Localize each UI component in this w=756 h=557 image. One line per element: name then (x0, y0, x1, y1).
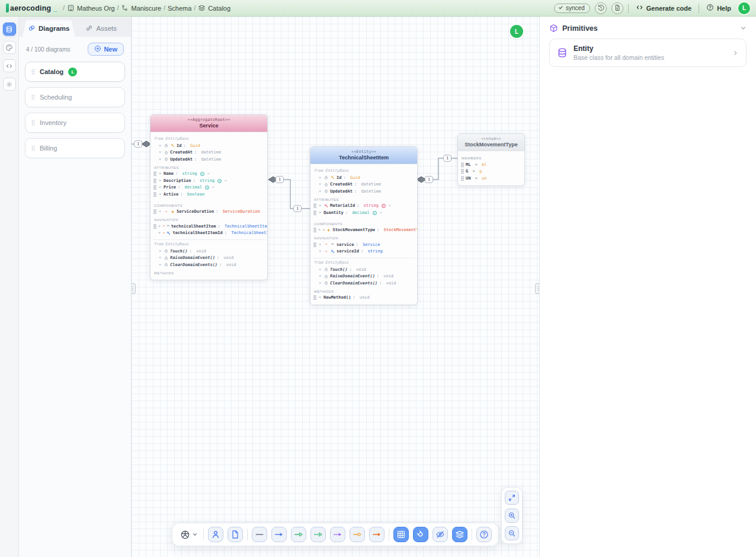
toolbar-toggle-snap[interactable] (413, 527, 428, 542)
drag-handle-icon[interactable] (31, 94, 35, 100)
entity-header[interactable]: <<enum>>StockMovementType (458, 134, 524, 151)
relationship-edge[interactable] (278, 180, 310, 209)
chevron-down-icon[interactable] (224, 179, 228, 183)
drag-handle-icon[interactable] (153, 209, 156, 214)
drag-handle-icon[interactable] (153, 178, 156, 183)
entity-row[interactable]: +CreatedAt: datetime (150, 149, 267, 156)
diagram-item-catalog[interactable]: CatalogL (25, 62, 125, 82)
diagram-canvas[interactable]: L <<AggregateRoot>>Servicefrom EntityBas… (132, 17, 539, 557)
drag-handle-icon[interactable] (313, 203, 316, 208)
breadcrumb-item-schema[interactable]: Schema (168, 5, 191, 12)
entity-row[interactable]: G = g (458, 168, 524, 175)
toolbar-edge-arrow[interactable] (271, 527, 287, 542)
document-button[interactable] (611, 2, 623, 14)
edge-handle[interactable] (535, 283, 539, 294)
drag-handle-icon[interactable] (461, 176, 464, 181)
toolbar-edge-aggregation[interactable] (350, 527, 365, 542)
new-diagram-button[interactable]: New (88, 43, 124, 56)
entity-row[interactable]: UN = un (458, 175, 524, 182)
diagram-item-scheduling[interactable]: Scheduling (25, 87, 125, 107)
toolbar-toggle-layers[interactable] (452, 527, 467, 542)
entity-row[interactable]: +MaterialId: string1 (310, 203, 417, 210)
entity-row[interactable]: ML = ml (458, 161, 524, 168)
toolbar-view-mode[interactable] (179, 530, 199, 540)
drag-handle-icon[interactable] (313, 295, 316, 300)
app-logo[interactable]: aerocoding _ (6, 4, 57, 12)
entity-row[interactable]: +Price: decimals (150, 184, 267, 191)
tab-assets[interactable]: Assets (75, 20, 128, 37)
user-avatar[interactable]: L (738, 2, 750, 14)
entity-row[interactable]: +ClearDomainEvents(): void (310, 280, 417, 287)
rail-button-code[interactable] (3, 59, 16, 72)
entity-row[interactable]: +Touch(): void (310, 266, 417, 273)
drag-handle-icon[interactable] (313, 228, 316, 232)
rail-button-theme[interactable] (3, 41, 16, 54)
toolbar-edge-line[interactable] (252, 527, 267, 542)
history-button[interactable] (595, 2, 607, 14)
chevron-down-icon[interactable] (379, 211, 383, 215)
toolbar-edge-dependency[interactable] (310, 527, 326, 542)
drag-handle-icon[interactable] (461, 169, 464, 174)
entity-row[interactable]: +→∞service: Service (310, 241, 417, 248)
toolbar-add-actor[interactable] (208, 527, 223, 542)
chevron-down-icon[interactable] (740, 25, 747, 31)
edge-handle[interactable] (132, 283, 136, 294)
entity-row[interactable]: +→technicalSheetItemId: TechnicalSheetIt… (150, 230, 267, 237)
help-button[interactable]: Help (704, 4, 733, 12)
breadcrumb-item-matheus-org[interactable]: Matheus Org (67, 4, 115, 12)
drag-handle-icon[interactable] (153, 171, 156, 176)
entity-technicalsheetitem[interactable]: <<Entity>>TechnicalSheetItemfrom EntityB… (310, 146, 418, 305)
entity-row[interactable]: +Touch(): void (150, 248, 267, 255)
entity-stockmovementtype[interactable]: <<enum>>StockMovementTypeMEMBERSML = mlG… (457, 133, 525, 186)
primitive-item-entity[interactable]: Entity Base class for all domain entitie… (549, 39, 747, 67)
toolbar-edge-association[interactable] (291, 527, 306, 542)
toolbar-add-note[interactable] (228, 527, 243, 542)
entity-row[interactable]: +→∞technicalSheetItem: TechnicalSheetIte… (150, 223, 267, 230)
entity-row[interactable]: +ClearDomainEvents(): void (150, 261, 267, 268)
chevron-down-icon[interactable] (388, 204, 392, 207)
entity-row[interactable]: +UpdatedAt: datetime (150, 156, 267, 163)
toolbar-edge-realization[interactable] (330, 527, 345, 542)
chevron-down-icon[interactable] (212, 185, 215, 189)
entity-header[interactable]: <<AggregateRoot>>Service (150, 115, 267, 132)
diagram-item-billing[interactable]: Billing (25, 138, 125, 158)
drag-handle-icon[interactable] (461, 162, 464, 167)
diagram-item-inventory[interactable]: Inventory (25, 113, 125, 133)
entity-row[interactable]: +UpdatedAt: datetime (310, 188, 417, 195)
entity-row[interactable]: +Id: Guid (310, 174, 417, 181)
drag-handle-icon[interactable] (31, 145, 35, 151)
drag-handle-icon[interactable] (313, 210, 316, 215)
entity-row[interactable]: +CreatedAt: datetime (310, 181, 417, 188)
toolbar-toggle-grid[interactable] (393, 527, 409, 542)
control-zoom-in[interactable] (505, 508, 519, 523)
entity-row[interactable]: +RaiseDomainEvent(): void (310, 273, 417, 280)
entity-row[interactable]: +→ServiceDuration: ServiceDuration (150, 209, 267, 216)
rail-button-diagrams[interactable] (3, 23, 16, 36)
toolbar-toggle-visibility[interactable] (433, 527, 448, 542)
entity-row[interactable]: +Id: Guid (150, 142, 267, 149)
drag-handle-icon[interactable] (153, 192, 156, 197)
entity-row[interactable]: +→StockMovementType: StockMovementType (310, 227, 417, 234)
primitives-header[interactable]: Primitives (549, 23, 747, 39)
breadcrumb-item-catalog[interactable]: Catalog (198, 4, 230, 12)
entity-row[interactable]: +Active: boolean (150, 191, 267, 198)
chevron-down-icon[interactable] (207, 172, 210, 175)
tab-diagrams[interactable]: Diagrams (23, 20, 75, 37)
entity-row[interactable]: +NewMethod(): void (310, 294, 417, 302)
drag-handle-icon[interactable] (153, 224, 156, 229)
toolbar-toolbar-help[interactable] (476, 527, 492, 542)
drag-handle-icon[interactable] (31, 120, 35, 126)
control-fit-view[interactable] (505, 491, 519, 505)
control-zoom-out[interactable] (505, 526, 519, 540)
entity-row[interactable]: +RaiseDomainEvent(): void (150, 255, 267, 262)
entity-row[interactable]: +Name: strings (150, 171, 267, 178)
toolbar-edge-composition[interactable] (369, 527, 385, 542)
drag-handle-icon[interactable] (153, 185, 156, 190)
entity-row[interactable]: +Description: strings (150, 177, 267, 184)
entity-row[interactable]: +→serviceId: string (310, 248, 417, 255)
entity-service[interactable]: <<AggregateRoot>>Servicefrom EntityBase+… (150, 114, 268, 280)
generate-code-button[interactable]: Generate code (633, 4, 694, 12)
breadcrumb-item-maniscure[interactable]: Maniscure (121, 4, 161, 12)
entity-header[interactable]: <<Entity>>TechnicalSheetItem (310, 147, 417, 164)
drag-handle-icon[interactable] (31, 69, 35, 75)
